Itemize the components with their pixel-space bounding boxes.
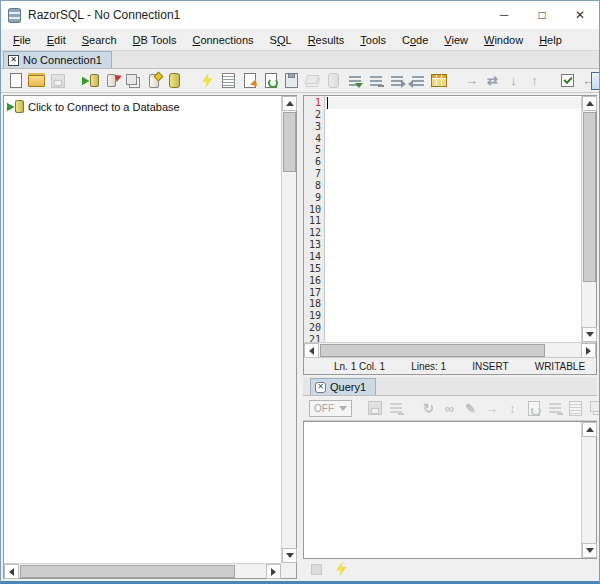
scrollbar-thumb[interactable]: [283, 112, 296, 172]
line-number: 12: [304, 227, 321, 239]
sort-icon: ↕: [502, 399, 523, 418]
writable-status: WRITABLE: [535, 361, 585, 372]
menu-item-search[interactable]: Search: [74, 31, 125, 49]
go-down-icon[interactable]: ↓: [503, 71, 524, 90]
scrollbar-thumb[interactable]: [320, 344, 545, 357]
scroll-right-button[interactable]: [266, 564, 281, 579]
scrollbar-thumb[interactable]: [20, 565, 235, 578]
current-line-highlight: [325, 97, 581, 109]
query-status-strip: [303, 559, 597, 579]
scroll-down-button[interactable]: [282, 548, 297, 563]
scroll-up-button[interactable]: [582, 96, 597, 111]
scroll-right-button[interactable]: [581, 343, 596, 358]
cursor-position: Ln. 1 Col. 1: [334, 361, 385, 372]
menu-item-results[interactable]: Results: [300, 31, 353, 49]
copy-connection-icon[interactable]: [122, 71, 143, 90]
connect-icon[interactable]: [80, 71, 101, 90]
sql-editor-textarea[interactable]: [325, 96, 581, 342]
export-icon[interactable]: [239, 71, 260, 90]
line-number: 20: [304, 322, 321, 334]
filter-icon: [385, 399, 406, 418]
save-icon: [47, 71, 68, 90]
database-icon[interactable]: [164, 71, 185, 90]
results-vertical-scrollbar[interactable]: [581, 422, 596, 558]
editor-horizontal-scrollbar[interactable]: [304, 342, 596, 357]
menu-item-file[interactable]: File: [5, 31, 39, 49]
menu-item-edit[interactable]: Edit: [39, 31, 74, 49]
scroll-up-button[interactable]: [282, 96, 297, 111]
menu-item-help[interactable]: Help: [531, 31, 570, 49]
status-lightning-icon[interactable]: [331, 560, 352, 579]
view-results-icon: ∞: [439, 399, 460, 418]
paste-icon[interactable]: [281, 71, 302, 90]
swap-icon[interactable]: ⇄: [482, 71, 503, 90]
window-title: RazorSQL - No Connection1: [28, 8, 180, 22]
disconnect-icon[interactable]: [101, 71, 122, 90]
line-number: 17: [304, 287, 321, 299]
maximize-button[interactable]: □: [523, 1, 561, 29]
scroll-down-button[interactable]: [582, 543, 597, 558]
go-forward-icon[interactable]: →: [461, 71, 482, 90]
comment-icon[interactable]: [365, 71, 386, 90]
menu-item-view[interactable]: View: [436, 31, 476, 49]
menu-item-db-tools[interactable]: DB Tools: [125, 31, 185, 49]
tab-no-connection1[interactable]: ✕ No Connection1: [3, 51, 112, 68]
scroll-left-button[interactable]: [4, 564, 19, 579]
scroll-down-button[interactable]: [582, 327, 597, 342]
go-up-icon[interactable]: ↑: [524, 71, 545, 90]
clipped-toolbar-icon[interactable]: [591, 72, 599, 90]
new-connection-icon[interactable]: [143, 71, 164, 90]
scroll-left-button[interactable]: [304, 343, 319, 358]
menu-item-code[interactable]: Code: [394, 31, 436, 49]
reload-icon[interactable]: [260, 71, 281, 90]
menu-item-tools[interactable]: Tools: [352, 31, 394, 49]
line-number: 3: [304, 121, 321, 133]
menu-item-connections[interactable]: Connections: [184, 31, 261, 49]
tree-horizontal-scrollbar[interactable]: [4, 563, 281, 578]
indent-icon[interactable]: [386, 71, 407, 90]
stop-icon: [306, 560, 327, 579]
minimize-button[interactable]: ─: [485, 1, 523, 29]
line-number: 18: [304, 298, 321, 310]
new-file-icon[interactable]: [5, 71, 26, 90]
undo-redo-icon: ↻: [418, 399, 439, 418]
line-number: 10: [304, 204, 321, 216]
outdent-icon[interactable]: [407, 71, 428, 90]
line-number: 13: [304, 239, 321, 251]
right-panel: 123456789101112131415161718192021: [303, 95, 597, 579]
tab-query1[interactable]: ✕ Query1: [310, 378, 376, 395]
line-number: 19: [304, 310, 321, 322]
execute-all-icon[interactable]: [218, 71, 239, 90]
app-database-icon: [8, 8, 21, 23]
spell-check-icon[interactable]: [557, 71, 578, 90]
execute-sql-icon[interactable]: [197, 71, 218, 90]
connection-tree: Click to Connect to a Database: [4, 96, 281, 563]
query-results-body[interactable]: [304, 422, 581, 558]
save-results-icon: [364, 399, 385, 418]
tab-close-icon[interactable]: ✕: [8, 55, 19, 66]
scrollbar-thumb[interactable]: [583, 112, 596, 282]
connection-tree-panel: Click to Connect to a Database: [3, 95, 297, 579]
close-button[interactable]: ✕: [561, 1, 599, 29]
scroll-up-button[interactable]: [582, 422, 597, 437]
database-browser-icon: [323, 71, 344, 90]
open-file-icon[interactable]: [26, 71, 47, 90]
edit-results-icon: ✎: [460, 399, 481, 418]
app-window: RazorSQL - No Connection1 ─ □ ✕ FileEdit…: [0, 0, 600, 584]
query-tab-label: Query1: [330, 381, 366, 393]
tab-label: No Connection1: [23, 54, 102, 66]
auto-commit-value: OFF: [314, 403, 334, 414]
text-caret: [327, 97, 328, 109]
line-number: 5: [304, 144, 321, 156]
main-toolbar: →⇄↓↑←On: [1, 69, 599, 93]
menu-item-window[interactable]: Window: [476, 31, 531, 49]
menu-item-sql[interactable]: SQL: [262, 31, 300, 49]
editor-vertical-scrollbar[interactable]: [581, 96, 596, 342]
format-sql-icon[interactable]: [344, 71, 365, 90]
tree-vertical-scrollbar[interactable]: [281, 96, 296, 563]
table-editor-icon[interactable]: [428, 71, 449, 90]
connection-tab-bar: ✕ No Connection1: [1, 51, 599, 69]
line-number: 15: [304, 263, 321, 275]
query-tab-close-icon[interactable]: ✕: [315, 382, 326, 393]
connect-tree-item[interactable]: Click to Connect to a Database: [4, 96, 281, 114]
